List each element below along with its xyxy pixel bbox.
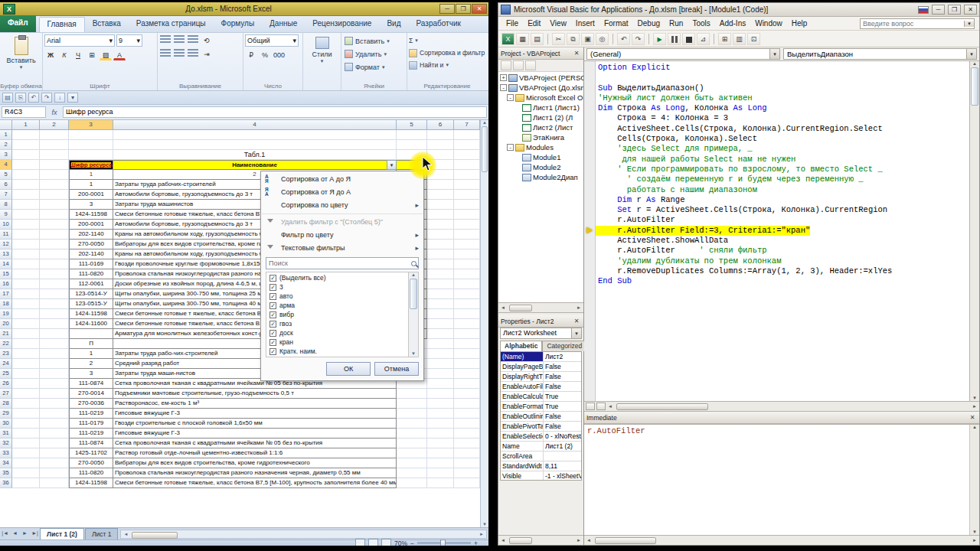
grid-cell[interactable]: 2 <box>69 359 113 369</box>
row-header[interactable]: 19 <box>0 309 12 319</box>
code-line[interactable]: r.AutoFilter ' сняли фильтр <box>584 246 969 256</box>
project-scrollbar[interactable]: ◄► <box>498 303 583 313</box>
grid-cell[interactable] <box>113 130 397 140</box>
grid-cell[interactable] <box>427 240 454 249</box>
grid-cell[interactable]: 1424-11598 <box>69 478 113 488</box>
autosum-button[interactable]: Σ▾ <box>409 34 485 47</box>
filter-dropdown-col4[interactable]: ▾ <box>387 160 397 170</box>
font-name-combo[interactable]: Arial▾ <box>44 34 115 47</box>
insert-object-icon[interactable]: ▦ <box>516 33 529 45</box>
grid-cell[interactable] <box>454 210 480 220</box>
property-row[interactable]: DisplayPageBrFalse <box>501 362 581 372</box>
grid-cell[interactable] <box>69 130 113 140</box>
row-header[interactable]: 11 <box>0 230 12 240</box>
project-tree-item[interactable]: Module2 <box>498 162 583 172</box>
grid-cell[interactable] <box>454 230 480 240</box>
grid-cell[interactable] <box>12 359 40 369</box>
project-tree-item[interactable]: Лист1 (Лист1) <box>498 103 583 112</box>
grid-cell[interactable] <box>12 249 40 259</box>
grid-cell[interactable] <box>12 448 40 458</box>
checkbox-icon[interactable]: ✓ <box>270 293 276 300</box>
reset-icon[interactable] <box>682 33 695 45</box>
property-row[interactable]: ScrollArea <box>501 452 581 461</box>
align-left-icon[interactable] <box>160 49 171 58</box>
code-line[interactable]: Cells(Строка, Колонка).Select <box>584 134 969 144</box>
property-value[interactable]: False <box>544 382 581 391</box>
row-header[interactable]: 36 <box>0 478 12 488</box>
column-header[interactable]: 5 <box>397 120 427 130</box>
grid-cell[interactable] <box>69 150 113 160</box>
menu-run[interactable]: Run <box>665 19 688 28</box>
grid-cell[interactable] <box>40 220 69 230</box>
row-header[interactable]: 28 <box>0 399 12 409</box>
grid-cell[interactable] <box>40 170 69 180</box>
filter-list-item[interactable]: ✓доск <box>266 328 408 337</box>
grid-cell[interactable] <box>12 289 40 299</box>
grid-cell[interactable] <box>427 409 454 419</box>
grid-cell[interactable] <box>12 200 40 210</box>
close-button[interactable]: ✕ <box>472 4 487 14</box>
project-tree-item[interactable]: -Modules <box>498 142 583 152</box>
grid-cell[interactable] <box>454 150 480 160</box>
align-bottom-icon[interactable] <box>188 35 198 44</box>
grid-cell[interactable]: Сетка проволочная тканая с квадратными я… <box>113 439 397 448</box>
fill-color-button[interactable]: ▨ <box>100 49 112 60</box>
zoom-slider[interactable] <box>417 542 471 544</box>
grid-cell[interactable] <box>454 160 480 170</box>
grid-cell[interactable] <box>427 329 454 339</box>
property-row[interactable]: (Name)Лист2 <box>501 352 581 362</box>
grid-cell[interactable] <box>12 409 40 419</box>
grid-cell[interactable] <box>454 409 480 419</box>
grid-cell[interactable] <box>12 140 40 150</box>
menu-item-sort-az[interactable]: АЯ Сортировка от А до Я <box>261 173 423 186</box>
row-header[interactable]: 12 <box>0 240 12 249</box>
grid-cell[interactable] <box>427 399 454 409</box>
view-excel-icon[interactable]: X <box>501 33 514 45</box>
grid-cell[interactable] <box>40 160 69 170</box>
row-header[interactable]: 2 <box>0 140 12 150</box>
grid-cell[interactable]: Табл.1 <box>113 150 397 160</box>
grid-cell[interactable] <box>454 190 480 200</box>
grid-cell[interactable] <box>40 240 69 249</box>
grid-cell[interactable] <box>397 429 427 439</box>
select-all-corner[interactable] <box>0 120 12 130</box>
grid-cell[interactable]: 111-0874 <box>69 439 113 448</box>
grid-cell[interactable] <box>12 329 40 339</box>
grid-cell[interactable]: 111-0874 <box>69 379 113 389</box>
expander-icon[interactable]: - <box>507 94 514 101</box>
grid-cell[interactable] <box>12 259 40 269</box>
grid-cell[interactable] <box>40 419 69 429</box>
grid-cell[interactable] <box>454 269 480 279</box>
grid-cell[interactable]: Гвозди строительные с плоской головкой 1… <box>113 419 397 429</box>
grid-cell[interactable] <box>397 140 427 150</box>
grid-cell[interactable] <box>40 140 69 150</box>
row-header[interactable]: 18 <box>0 299 12 309</box>
grid-cell[interactable] <box>454 349 480 359</box>
checkbox-icon[interactable]: ✓ <box>270 330 276 337</box>
minimize-button[interactable]: ─ <box>932 5 945 15</box>
first-sheet-icon[interactable]: |◄ <box>0 529 10 539</box>
property-value[interactable]: 0 - xlNoRestr <box>544 432 581 441</box>
grid-cell[interactable]: П <box>69 339 113 349</box>
grid-cell[interactable] <box>427 359 454 369</box>
grid-cell[interactable] <box>12 150 40 160</box>
immediate-vertical-scrollbar[interactable]: ▲▼ <box>969 425 979 535</box>
grid-cell[interactable]: 123-0514-У <box>69 289 113 299</box>
design-mode-icon[interactable]: ⊿ <box>697 33 710 45</box>
horizontal-scrollbar[interactable]: ◄► <box>120 530 487 539</box>
grid-cell[interactable] <box>69 329 113 339</box>
font-color-button[interactable]: А <box>113 49 126 60</box>
grid-cell[interactable] <box>454 299 480 309</box>
grid-cell[interactable]: 1424-11600 <box>69 319 113 329</box>
row-header[interactable]: 1 <box>0 130 12 140</box>
grid-cell[interactable] <box>427 379 454 389</box>
filter-list-item[interactable]: ✓(Выделить все) <box>266 273 408 282</box>
tab-alphabetic[interactable]: Alphabetic <box>500 341 542 351</box>
row-header[interactable]: 30 <box>0 419 12 429</box>
grid-cell[interactable]: 1425-11702 <box>69 448 113 458</box>
grid-cell[interactable] <box>12 299 40 309</box>
copy-icon[interactable]: ⧉ <box>567 33 580 45</box>
grid-cell[interactable]: 202-1140 <box>69 249 113 259</box>
grid-cell[interactable] <box>454 478 480 488</box>
property-value[interactable]: 8,11 <box>544 461 581 471</box>
